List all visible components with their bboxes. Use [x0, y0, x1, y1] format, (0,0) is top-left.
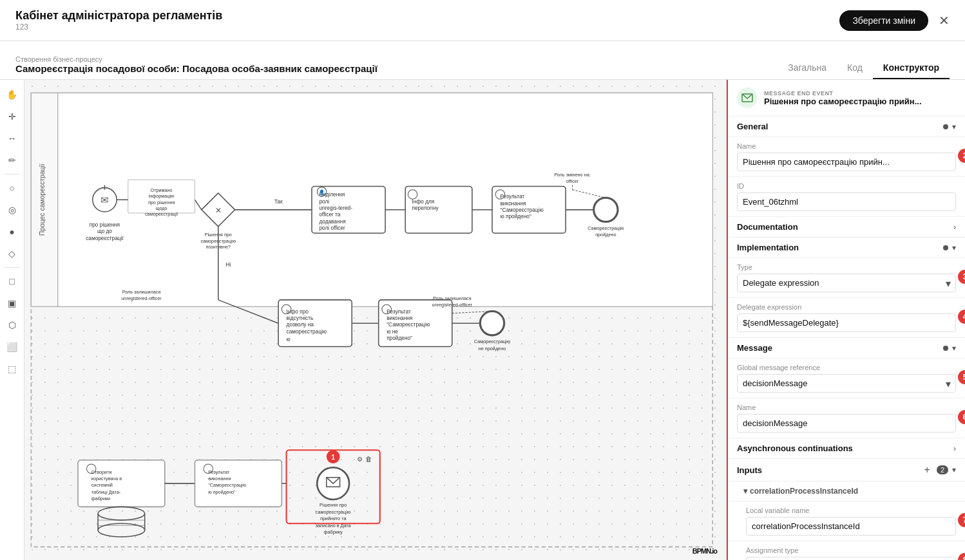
- svg-text:Результат: Результат: [500, 193, 524, 200]
- svg-text:Інфо для: Інфо для: [412, 198, 435, 205]
- header: Кабінет адміністратора регламентів 123 З…: [0, 0, 965, 41]
- svg-text:officer: officer: [566, 178, 579, 184]
- svg-rect-1: [31, 306, 712, 546]
- svg-text:Створити: Створити: [91, 469, 112, 475]
- tool-connect[interactable]: ↔: [3, 129, 22, 148]
- svg-text:Процес самореєстрації: Процес самореєстрації: [39, 163, 46, 236]
- panel-body[interactable]: General ▾ Name 2 ID: [728, 117, 965, 560]
- svg-text:unregis-tered-: unregis-tered-: [319, 205, 352, 211]
- inputs-add-icon[interactable]: +: [924, 464, 930, 476]
- tool-double-circle[interactable]: ◎: [3, 200, 22, 219]
- tool-diamond[interactable]: ◇: [3, 244, 22, 263]
- toolbar-divider-2: [5, 267, 20, 268]
- inputs-title: Inputs: [737, 465, 762, 475]
- delegate-input[interactable]: [737, 313, 956, 332]
- bpmn-diagram[interactable]: Процес самореєстрації ✉ про рішення що д…: [24, 80, 726, 560]
- svg-text:Інфо про: Інфо про: [287, 308, 309, 315]
- inputs-chevron: ▾: [952, 465, 956, 474]
- svg-text:ролі: ролі: [319, 198, 329, 205]
- tab-code[interactable]: Код: [837, 57, 873, 79]
- svg-text:відсутність: відсутність: [287, 315, 314, 321]
- header-left: Кабінет адміністратора регламентів 123: [15, 9, 222, 32]
- name-input[interactable]: [737, 153, 956, 171]
- toolbar-divider-1: [5, 174, 20, 174]
- svg-text:фабрику: фабрику: [324, 529, 343, 535]
- tool-lane[interactable]: ⬜: [3, 337, 22, 357]
- section-general-right: ▾: [943, 122, 956, 131]
- svg-text:Самореєстрацію: Самореєстрацію: [588, 225, 624, 231]
- chevron-right-icon: ›: [953, 223, 956, 232]
- assignment-type-select[interactable]: String or expression String expression D…: [746, 557, 956, 560]
- tab-constructor[interactable]: Конструктор: [873, 57, 950, 79]
- msg-name-input[interactable]: [737, 414, 956, 433]
- tool-pool[interactable]: ⬡: [3, 315, 22, 335]
- right-panel: MESSAGE END EVENT Рішення про самореєстр…: [727, 80, 965, 560]
- panel-header-icon: [737, 88, 758, 108]
- svg-text:щодо: щодо: [156, 205, 167, 211]
- svg-text:самореєстрацію: самореєстрацію: [316, 509, 351, 515]
- svg-text:1: 1: [331, 454, 335, 461]
- svg-text:"Самореєстрацію: "Самореєстрацію: [500, 207, 543, 213]
- svg-text:користувача в: користувача в: [91, 476, 122, 481]
- section-documentation-header[interactable]: Documentation ›: [728, 217, 965, 238]
- tool-group[interactable]: ⬚: [3, 359, 22, 378]
- svg-text:"Самореєстрацію: "Самореєстрацію: [387, 321, 430, 328]
- tool-rect[interactable]: □: [3, 272, 22, 291]
- toolbar-left: ✋ ✛ ↔ ✏ ○ ◎ ● ◇ □ ▣ ⬡ ⬜ ⬚: [0, 80, 24, 560]
- global-ref-select-wrap: decisionMessage: [737, 374, 956, 393]
- svg-text:Роль залишилася: Роль залишилася: [122, 289, 161, 295]
- section-impl-header[interactable]: Implementation ▾: [728, 238, 965, 258]
- panel-event-type: MESSAGE END EVENT: [764, 90, 922, 97]
- header-right: Зберегти зміни ✕: [839, 10, 950, 31]
- field-name-group: Name 2: [728, 137, 965, 177]
- bpmn-logo: BPMN.io: [693, 547, 717, 555]
- svg-text:виконання: виконання: [387, 315, 412, 321]
- type-select-wrap: Delegate expression Expression Java clas…: [737, 274, 956, 292]
- tool-circle[interactable]: ○: [3, 178, 22, 198]
- id-input[interactable]: [737, 192, 956, 211]
- section-impl-title: Implementation: [737, 243, 799, 252]
- svg-text:ю не: ю не: [387, 328, 398, 335]
- section-impl-left: Implementation: [737, 243, 799, 252]
- svg-text:🗑: 🗑: [365, 456, 372, 463]
- svg-text:⚙: ⚙: [357, 456, 363, 463]
- tab-general[interactable]: Загальна: [778, 57, 837, 79]
- save-button[interactable]: Зберегти зміни: [839, 10, 928, 31]
- inputs-section-header[interactable]: Inputs + 2 ▾: [728, 459, 965, 481]
- tool-hand[interactable]: ✋: [3, 85, 22, 104]
- svg-text:ролі officer: ролі officer: [319, 225, 345, 231]
- svg-text:перелогіну: перелогіну: [412, 205, 439, 211]
- badge-7: 7: [958, 513, 965, 527]
- section-doc-title: Documentation: [737, 222, 798, 232]
- svg-text:"Самореєстрацію: "Самореєстрацію: [208, 482, 246, 488]
- global-ref-select[interactable]: decisionMessage: [737, 374, 956, 393]
- section-async-header[interactable]: Asynchronous continuations ›: [728, 438, 965, 459]
- bpmn-svg: Процес самореєстрації ✉ про рішення що д…: [24, 80, 726, 560]
- impl-chevron: ▾: [952, 243, 956, 252]
- svg-text:про рішення: про рішення: [90, 221, 120, 228]
- field-delegate-group: Delegate expression 4: [728, 298, 965, 338]
- tool-edit[interactable]: ✏: [3, 151, 22, 170]
- tool-filled-circle[interactable]: ●: [3, 222, 22, 241]
- svg-text:про рішення: про рішення: [148, 200, 175, 205]
- badge-8: 8: [958, 553, 965, 560]
- section-async-title: Asynchronous continuations: [737, 443, 853, 453]
- section-message-header[interactable]: Message ▾: [728, 338, 965, 359]
- section-general-header[interactable]: General ▾: [728, 117, 965, 137]
- bpmn-canvas-area[interactable]: ✋ ✛ ↔ ✏ ○ ◎ ● ◇ □ ▣ ⬡ ⬜ ⬚ Процес само: [0, 80, 727, 560]
- badge-2: 2: [958, 149, 965, 163]
- svg-text:таблиці Дата-: таблиці Дата-: [91, 489, 121, 495]
- id-label: ID: [737, 182, 956, 190]
- local-var-input[interactable]: [746, 517, 956, 536]
- section-dot: [943, 124, 948, 129]
- tool-subprocess[interactable]: ▣: [3, 294, 22, 313]
- svg-text:виконання: виконання: [208, 476, 231, 481]
- svg-text:системній: системній: [91, 482, 113, 488]
- svg-text:Результат: Результат: [387, 308, 411, 315]
- close-button[interactable]: ✕: [939, 13, 950, 28]
- message-icon: [741, 91, 754, 104]
- tool-create[interactable]: ✛: [3, 107, 22, 126]
- svg-text:✉: ✉: [100, 195, 109, 205]
- panel-event-name: Рішення про самореєстрацію прийн...: [764, 97, 922, 106]
- type-select[interactable]: Delegate expression Expression Java clas…: [737, 274, 956, 292]
